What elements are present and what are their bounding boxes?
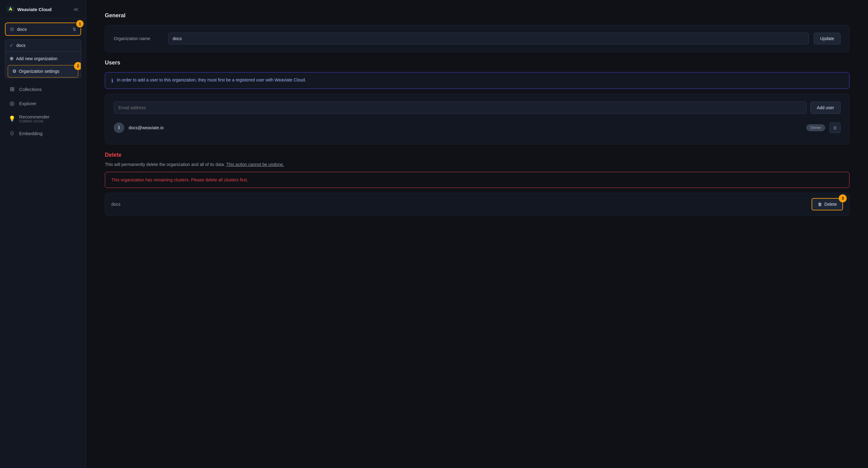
plus-circle-icon: ⊕	[9, 56, 13, 61]
trash-icon: 🗑	[818, 202, 822, 207]
recommender-icon: 💡	[9, 115, 16, 122]
info-circle-icon: ℹ	[111, 78, 113, 84]
user-email: docs@weaviate.io	[129, 125, 802, 130]
delete-user-button[interactable]: 🗑	[830, 122, 841, 133]
main-content: General Organization name Update Users ℹ…	[86, 0, 868, 468]
nav-embedding-label: Embedding	[19, 131, 42, 136]
org-name-input[interactable]	[168, 33, 809, 45]
delete-desc-text: This will permanently delete the organiz…	[105, 162, 225, 167]
nav-recommender-label: Recommender	[19, 114, 49, 119]
delete-confirm-org-name: docs	[111, 202, 121, 207]
chevron-updown-icon: ⇅	[72, 27, 76, 32]
nav-explorer-label: Explorer	[19, 101, 36, 106]
dropdown-settings[interactable]: ⚙ Organization settings	[8, 65, 78, 78]
general-card: Organization name Update	[105, 25, 849, 52]
update-button[interactable]: Update	[814, 33, 841, 45]
org-name-row: Organization name Update	[114, 33, 841, 45]
sidebar-item-recommender[interactable]: 💡 Recommender COMING SOON	[4, 111, 82, 127]
org-selector-container: 1 ⊞ docs ⇅	[0, 19, 86, 39]
org-selector-grid-icon: ⊞	[10, 26, 14, 32]
step-badge-2: 2	[74, 62, 81, 70]
explorer-icon: ◎	[9, 100, 16, 107]
users-info-box: ℹ In order to add a user to this organiz…	[105, 72, 849, 89]
embedding-icon: ⟨⟩	[9, 130, 16, 136]
delete-section-title: Delete	[105, 152, 849, 158]
sidebar-header: Weaviate Cloud ≪	[0, 0, 86, 19]
delete-undone-text: This action cannot be undone.	[226, 162, 284, 167]
nav-collections-label: Collections	[19, 87, 42, 92]
org-selector-left: ⊞ docs	[10, 26, 27, 32]
logo-area: Weaviate Cloud	[6, 5, 52, 13]
gear-icon: ⚙	[12, 68, 17, 74]
sidebar-item-explorer[interactable]: ◎ Explorer	[4, 96, 82, 111]
delete-error-text: This organization has remaining clusters…	[111, 177, 248, 182]
checkmark-icon: ✓	[9, 43, 13, 48]
sidebar-item-embedding[interactable]: ⟨⟩ Embedding	[4, 127, 82, 140]
nav-recommender-sublabel: COMING SOON	[19, 120, 49, 123]
sidebar-nav: ⊞ Collections ◎ Explorer 💡 Recommender C…	[0, 80, 86, 468]
org-settings-wrapper: ⚙ Organization settings 2	[5, 65, 81, 78]
email-add-row: Add user	[114, 101, 841, 114]
dropdown-divider	[5, 52, 81, 52]
org-name-label: Organization name	[114, 36, 163, 41]
users-card: Add user l docs@weaviate.io Owner 🗑	[105, 94, 849, 144]
dropdown-item-docs[interactable]: ✓ docs	[5, 40, 81, 51]
user-role-badge: Owner	[806, 124, 825, 131]
user-row: l docs@weaviate.io Owner 🗑	[114, 119, 841, 137]
step-badge-3: 3	[839, 194, 847, 202]
user-avatar: l	[114, 122, 124, 133]
add-user-button[interactable]: Add user	[810, 101, 841, 114]
dropdown-item-docs-label: docs	[17, 43, 26, 48]
collections-icon: ⊞	[9, 86, 16, 92]
weaviate-logo-icon	[6, 5, 15, 13]
email-input[interactable]	[114, 101, 807, 114]
delete-error-box: This organization has remaining clusters…	[105, 172, 849, 188]
sidebar: Weaviate Cloud ≪ 1 ⊞ docs ⇅ ✓ docs ⊕ Add…	[0, 0, 86, 468]
users-section-title: Users	[105, 60, 849, 66]
step-badge-1: 1	[75, 20, 84, 28]
brand-name: Weaviate Cloud	[17, 7, 52, 12]
org-selector-dropdown[interactable]: ⊞ docs ⇅	[5, 23, 81, 36]
dropdown-add-org[interactable]: ⊕ Add new organization	[5, 53, 81, 64]
users-info-text: In order to add a user to this organizat…	[117, 78, 306, 82]
org-dropdown: ✓ docs ⊕ Add new organization ⚙ Organiza…	[5, 39, 81, 78]
dropdown-settings-label: Organization settings	[19, 69, 60, 74]
dropdown-add-label: Add new organization	[16, 56, 58, 61]
recommender-text-group: Recommender COMING SOON	[19, 114, 49, 123]
delete-btn-wrapper: 🗑 Delete 3	[812, 198, 843, 210]
general-section-title: General	[105, 12, 849, 19]
collapse-sidebar-button[interactable]: ≪	[72, 5, 80, 13]
delete-btn-label: Delete	[825, 202, 837, 207]
delete-org-button[interactable]: 🗑 Delete	[812, 198, 843, 210]
delete-confirm-row: docs 🗑 Delete 3	[105, 193, 849, 216]
delete-description: This will permanently delete the organiz…	[105, 162, 849, 167]
sidebar-item-collections[interactable]: ⊞ Collections	[4, 82, 82, 96]
org-selector-name: docs	[17, 27, 27, 32]
